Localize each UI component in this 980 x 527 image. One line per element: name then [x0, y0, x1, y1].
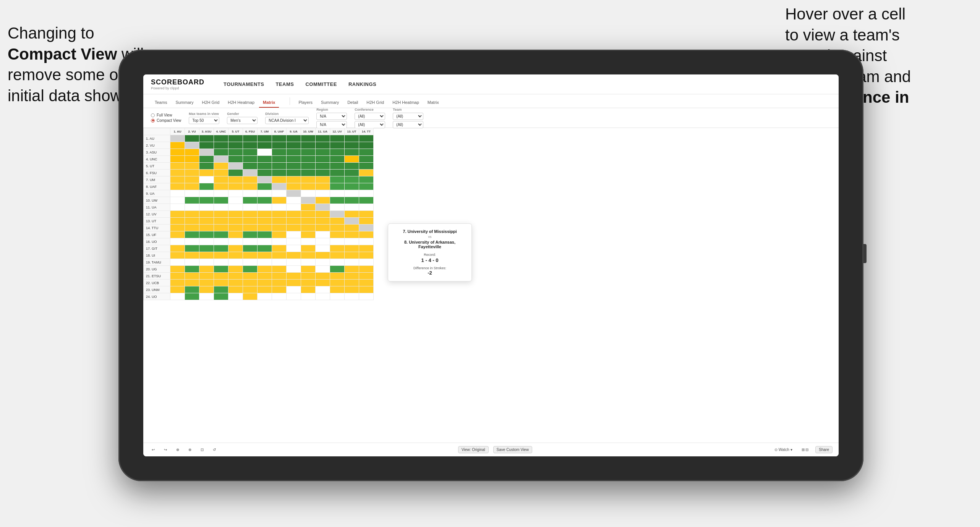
matrix-cell[interactable] [258, 135, 272, 142]
matrix-cell[interactable] [359, 163, 374, 170]
matrix-cell[interactable] [170, 293, 185, 300]
matrix-cell[interactable] [359, 266, 374, 273]
matrix-cell[interactable] [258, 273, 272, 280]
matrix-cell[interactable] [214, 259, 228, 266]
matrix-cell[interactable] [228, 197, 243, 204]
matrix-cell[interactable] [185, 149, 199, 156]
matrix-cell[interactable] [199, 218, 214, 225]
matrix-cell[interactable] [185, 197, 199, 204]
tab-h2h-heatmap[interactable]: H2H Heatmap [224, 98, 258, 108]
matrix-cell[interactable] [243, 204, 258, 211]
matrix-cell[interactable] [359, 225, 374, 231]
matrix-cell[interactable] [199, 245, 214, 252]
matrix-cell[interactable] [359, 280, 374, 286]
matrix-cell[interactable] [330, 273, 345, 280]
matrix-cell[interactable] [301, 204, 316, 211]
matrix-cell[interactable] [287, 170, 301, 176]
matrix-cell[interactable] [330, 149, 345, 156]
matrix-cell[interactable] [214, 252, 228, 259]
matrix-cell[interactable] [287, 135, 301, 142]
matrix-cell[interactable] [170, 218, 185, 225]
matrix-cell[interactable] [214, 211, 228, 218]
matrix-cell[interactable] [185, 163, 199, 170]
matrix-cell[interactable] [243, 218, 258, 225]
matrix-cell[interactable] [345, 273, 359, 280]
matrix-cell[interactable] [359, 231, 374, 238]
matrix-cell[interactable] [301, 293, 316, 300]
filter-gender-select[interactable]: Men's [227, 117, 258, 124]
tab-players-h2h-heatmap[interactable]: H2H Heatmap [389, 98, 423, 108]
matrix-cell[interactable] [258, 245, 272, 252]
matrix-cell[interactable] [272, 211, 287, 218]
matrix-cell[interactable] [301, 149, 316, 156]
matrix-cell[interactable] [272, 183, 287, 190]
matrix-cell[interactable] [228, 273, 243, 280]
matrix-cell[interactable] [345, 286, 359, 293]
tab-matrix[interactable]: Matrix [259, 98, 279, 108]
matrix-cell[interactable] [272, 293, 287, 300]
matrix-cell[interactable] [199, 149, 214, 156]
toolbar-btn4[interactable]: ↺ [211, 447, 218, 453]
matrix-cell[interactable] [243, 252, 258, 259]
matrix-cell[interactable] [272, 170, 287, 176]
matrix-cell[interactable] [330, 252, 345, 259]
matrix-cell[interactable] [258, 231, 272, 238]
matrix-cell[interactable] [301, 211, 316, 218]
matrix-cell[interactable] [185, 225, 199, 231]
matrix-cell[interactable] [228, 293, 243, 300]
matrix-cell[interactable] [345, 190, 359, 197]
matrix-cell[interactable] [345, 176, 359, 183]
matrix-cell[interactable] [345, 170, 359, 176]
matrix-cell[interactable] [330, 176, 345, 183]
matrix-cell[interactable] [359, 149, 374, 156]
matrix-cell[interactable] [287, 218, 301, 225]
matrix-cell[interactable] [228, 218, 243, 225]
matrix-cell[interactable] [316, 286, 330, 293]
matrix-cell[interactable] [316, 218, 330, 225]
filter-max-teams-select[interactable]: Top 50 [189, 117, 219, 124]
matrix-cell[interactable] [228, 142, 243, 149]
matrix-cell[interactable] [228, 211, 243, 218]
matrix-cell[interactable] [316, 245, 330, 252]
matrix-cell[interactable] [345, 280, 359, 286]
matrix-cell[interactable] [301, 190, 316, 197]
matrix-cell[interactable] [316, 204, 330, 211]
matrix-cell[interactable] [185, 142, 199, 149]
matrix-cell[interactable] [301, 197, 316, 204]
matrix-cell[interactable] [330, 170, 345, 176]
matrix-cell[interactable] [258, 218, 272, 225]
matrix-cell[interactable] [359, 142, 374, 149]
matrix-cell[interactable] [214, 245, 228, 252]
matrix-cell[interactable] [301, 252, 316, 259]
matrix-cell[interactable] [214, 149, 228, 156]
matrix-cell[interactable] [170, 142, 185, 149]
view-original-button[interactable]: View: Original [458, 446, 489, 453]
matrix-cell[interactable] [170, 286, 185, 293]
matrix-cell[interactable] [345, 156, 359, 163]
matrix-cell[interactable] [316, 259, 330, 266]
matrix-cell[interactable] [359, 135, 374, 142]
matrix-cell[interactable] [359, 197, 374, 204]
nav-rankings[interactable]: RANKINGS [348, 81, 376, 87]
matrix-cell[interactable] [316, 142, 330, 149]
matrix-cell[interactable] [243, 149, 258, 156]
matrix-cell[interactable] [170, 273, 185, 280]
matrix-cell[interactable] [359, 211, 374, 218]
matrix-cell[interactable] [345, 183, 359, 190]
matrix-cell[interactable] [272, 149, 287, 156]
tab-players[interactable]: Players [295, 98, 316, 108]
matrix-cell[interactable] [316, 280, 330, 286]
matrix-cell[interactable] [345, 204, 359, 211]
matrix-cell[interactable] [185, 245, 199, 252]
matrix-cell[interactable] [316, 273, 330, 280]
share-button[interactable]: Share [815, 446, 833, 453]
matrix-cell[interactable] [243, 211, 258, 218]
matrix-cell[interactable] [316, 238, 330, 245]
matrix-cell[interactable] [287, 197, 301, 204]
matrix-cell[interactable] [228, 204, 243, 211]
filter-region-select2[interactable]: N/A [316, 121, 347, 128]
matrix-cell[interactable] [301, 286, 316, 293]
matrix-cell[interactable] [185, 218, 199, 225]
matrix-cell[interactable] [301, 218, 316, 225]
matrix-cell[interactable] [243, 176, 258, 183]
